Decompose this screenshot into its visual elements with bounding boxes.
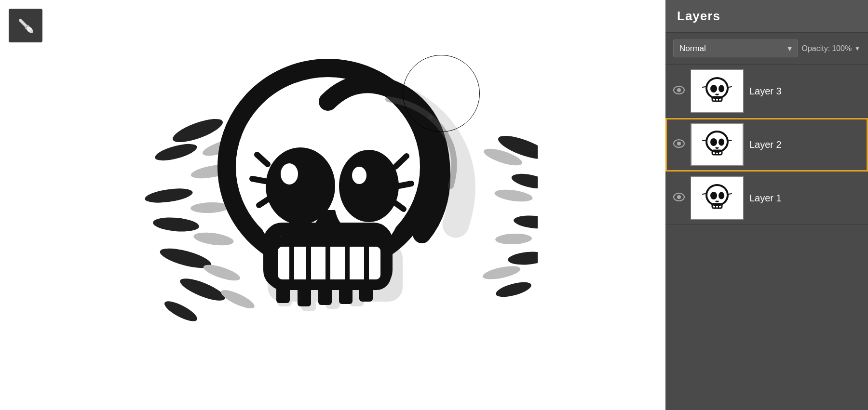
svg-point-71 <box>677 142 681 145</box>
opacity-value: 100% <box>832 44 852 53</box>
svg-line-57 <box>399 184 411 186</box>
svg-line-88 <box>703 194 705 194</box>
layer3-thumbnail <box>691 69 744 113</box>
layer2-name: Layer 2 <box>749 139 782 150</box>
brush-tool-icon <box>16 16 35 35</box>
svg-point-30 <box>495 233 532 245</box>
svg-point-63 <box>710 85 717 93</box>
svg-point-13 <box>152 215 200 233</box>
svg-point-41 <box>352 167 366 184</box>
svg-line-69 <box>729 87 732 87</box>
layer3-visibility-toggle[interactable] <box>673 86 685 97</box>
eye-icon-layer3 <box>673 86 685 94</box>
layer3-name: Layer 3 <box>749 86 782 97</box>
blend-mode-wrapper[interactable]: Normal Multiply Screen Overlay Darken Li… <box>673 40 798 57</box>
svg-point-81 <box>677 195 681 199</box>
svg-rect-49 <box>298 285 311 306</box>
svg-point-29 <box>494 187 533 203</box>
layer-item-layer2[interactable]: Layer 2 <box>665 118 868 172</box>
svg-point-64 <box>719 85 724 93</box>
svg-point-10 <box>170 114 225 147</box>
svg-point-83 <box>710 192 717 199</box>
skull-drawing <box>128 22 538 388</box>
layer2-thumb-icon <box>698 127 736 162</box>
svg-point-40 <box>347 159 391 213</box>
layer1-thumb-icon <box>698 181 736 215</box>
svg-rect-52 <box>359 285 373 302</box>
svg-point-73 <box>710 138 717 146</box>
svg-point-74 <box>719 139 724 146</box>
layers-panel: Layers Normal Multiply Screen Overlay Da… <box>665 0 868 410</box>
layer2-visibility-toggle[interactable] <box>673 139 685 150</box>
svg-point-26 <box>507 250 538 266</box>
layers-controls: Normal Multiply Screen Overlay Darken Li… <box>665 33 868 65</box>
layer1-thumbnail <box>691 176 744 220</box>
opacity-dropdown-icon[interactable]: ▼ <box>854 45 860 52</box>
layer2-thumbnail <box>691 123 744 166</box>
layer-item-layer3[interactable]: Layer 3 <box>665 65 868 118</box>
svg-point-21 <box>202 262 242 284</box>
svg-rect-50 <box>318 285 332 305</box>
opacity-label: Opacity: <box>802 44 830 53</box>
svg-point-25 <box>513 214 538 230</box>
layer1-name: Layer 1 <box>749 193 782 204</box>
svg-point-16 <box>162 297 200 325</box>
opacity-control: Opacity: 100% ▼ <box>802 44 861 53</box>
svg-point-84 <box>719 192 724 199</box>
tool-icon[interactable] <box>9 9 42 42</box>
svg-point-59 <box>428 115 433 119</box>
eye-icon-layer1 <box>673 193 685 201</box>
canvas-area[interactable] <box>0 0 665 410</box>
layers-list: Layer 3 <box>665 65 868 410</box>
svg-point-24 <box>510 171 538 191</box>
svg-line-79 <box>729 140 732 141</box>
svg-rect-48 <box>276 285 290 303</box>
svg-point-22 <box>219 286 257 311</box>
layer-item-layer1[interactable]: Layer 1 <box>665 172 868 225</box>
svg-point-27 <box>494 279 533 300</box>
svg-rect-51 <box>339 285 353 304</box>
layers-panel-title: Layers <box>677 9 720 23</box>
svg-point-19 <box>190 201 230 213</box>
svg-point-61 <box>677 88 681 92</box>
svg-line-78 <box>703 140 705 141</box>
svg-line-68 <box>703 87 705 87</box>
svg-point-12 <box>144 186 194 205</box>
svg-point-20 <box>193 230 235 247</box>
layer3-thumb-icon <box>698 74 736 108</box>
svg-line-89 <box>729 194 732 194</box>
blend-mode-select[interactable]: Normal Multiply Screen Overlay Darken Li… <box>673 40 798 57</box>
svg-point-37 <box>275 157 326 215</box>
svg-point-31 <box>482 263 522 281</box>
skull-canvas <box>0 0 665 410</box>
svg-point-15 <box>177 274 227 304</box>
layers-panel-header: Layers <box>665 0 868 33</box>
eye-icon-layer2 <box>673 139 685 148</box>
svg-point-11 <box>153 140 199 163</box>
svg-point-38 <box>281 163 298 185</box>
skull-wrapper <box>128 22 538 388</box>
layer1-visibility-toggle[interactable] <box>673 193 685 204</box>
svg-line-54 <box>252 179 265 181</box>
